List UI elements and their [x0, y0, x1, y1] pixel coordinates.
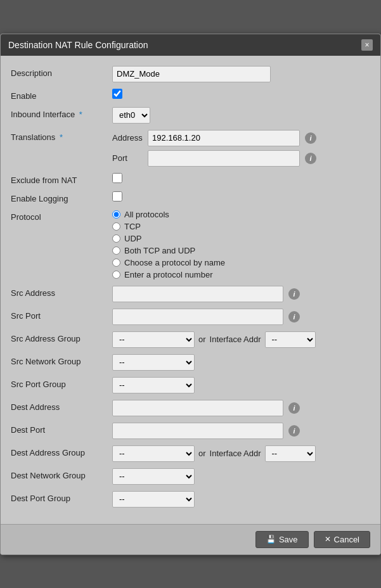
- src-port-group-select[interactable]: --: [112, 377, 195, 393]
- src-interface-addr-label: Interface Addr: [210, 335, 261, 344]
- protocol-all-radio[interactable]: [112, 210, 120, 219]
- src-interface-addr-select[interactable]: --: [265, 331, 316, 348]
- inbound-interface-row: Inbound Interface * eth0 eth1 eth2: [11, 107, 370, 124]
- src-address-group-select[interactable]: --: [112, 331, 195, 348]
- dialog-header: Destination NAT Rule Configuration ×: [1, 34, 380, 56]
- translation-block: Address i Port i: [112, 130, 370, 167]
- save-button[interactable]: 💾 Save: [255, 531, 309, 548]
- protocol-control: All protocols TCP UDP Both TCP and UDP: [112, 210, 370, 279]
- src-network-group-label: Src Network Group: [11, 354, 112, 366]
- src-address-group-control: -- or Interface Addr --: [112, 331, 370, 348]
- address-info-icon[interactable]: i: [305, 132, 316, 144]
- protocol-name-option[interactable]: Choose a protocol by name: [112, 258, 370, 267]
- address-input[interactable]: [148, 130, 300, 146]
- src-port-row: Src Port i: [11, 309, 370, 325]
- src-port-input[interactable]: [112, 309, 283, 325]
- translations-label: Translations *: [11, 130, 112, 142]
- exclude-nat-checkbox[interactable]: [112, 173, 122, 183]
- dest-network-group-row: Dest Network Group --: [11, 468, 370, 485]
- port-info-icon[interactable]: i: [305, 153, 316, 164]
- protocol-tcp-radio[interactable]: [112, 222, 120, 231]
- protocol-tcp-label: TCP: [124, 222, 141, 231]
- cancel-label: Cancel: [334, 535, 359, 544]
- src-port-group-control: --: [112, 377, 370, 393]
- dest-interface-addr-label: Interface Addr: [210, 449, 261, 458]
- dest-address-group-label: Dest Address Group: [11, 445, 112, 457]
- dest-address-control: i: [112, 400, 370, 416]
- enable-label: Enable: [11, 89, 112, 101]
- inbound-interface-star: *: [77, 110, 82, 119]
- protocol-tcp-option[interactable]: TCP: [112, 222, 370, 231]
- port-row: Port i: [112, 150, 370, 167]
- inbound-interface-select[interactable]: eth0 eth1 eth2: [112, 107, 150, 124]
- protocol-both-option[interactable]: Both TCP and UDP: [112, 246, 370, 255]
- address-row: Address i: [112, 130, 370, 146]
- dest-network-group-select[interactable]: --: [112, 468, 195, 485]
- save-icon: 💾: [266, 535, 276, 544]
- address-label: Address: [112, 133, 144, 143]
- src-address-control: i: [112, 286, 370, 302]
- description-row: Description: [11, 66, 370, 82]
- enable-logging-label: Enable Logging: [11, 191, 112, 203]
- src-network-group-control: --: [112, 354, 370, 371]
- inbound-interface-control: eth0 eth1 eth2: [112, 107, 370, 124]
- src-address-group-label: Src Address Group: [11, 331, 112, 343]
- protocol-radio-group: All protocols TCP UDP Both TCP and UDP: [112, 210, 370, 279]
- dest-port-group-select[interactable]: --: [112, 491, 195, 508]
- src-address-input[interactable]: [112, 286, 283, 302]
- src-address-label: Src Address: [11, 286, 112, 298]
- src-address-row: Src Address i: [11, 286, 370, 302]
- src-network-group-row: Src Network Group --: [11, 354, 370, 371]
- protocol-udp-option[interactable]: UDP: [112, 234, 370, 243]
- dest-address-group-select[interactable]: --: [112, 445, 195, 462]
- description-input[interactable]: [112, 66, 271, 82]
- enable-logging-control: [112, 191, 370, 201]
- dest-address-label: Dest Address: [11, 400, 112, 412]
- dest-network-group-control: --: [112, 468, 370, 485]
- enable-logging-checkbox[interactable]: [112, 191, 122, 201]
- dest-port-control: i: [112, 423, 370, 439]
- dialog-body: Description Enable Inbound Interface * e…: [1, 56, 380, 524]
- src-address-group-or: or: [198, 335, 206, 344]
- description-label: Description: [11, 66, 112, 78]
- dest-address-input[interactable]: [112, 400, 283, 416]
- dest-port-label: Dest Port: [11, 423, 112, 435]
- src-address-group-row: Src Address Group -- or Interface Addr -…: [11, 331, 370, 348]
- protocol-name-radio[interactable]: [112, 259, 120, 267]
- src-address-info-icon[interactable]: i: [288, 288, 300, 300]
- dest-address-info-icon[interactable]: i: [288, 402, 300, 414]
- dest-network-group-label: Dest Network Group: [11, 468, 112, 480]
- src-port-group-row: Src Port Group --: [11, 377, 370, 393]
- protocol-all-option[interactable]: All protocols: [112, 210, 370, 219]
- enable-checkbox[interactable]: [112, 89, 122, 99]
- src-port-info-icon[interactable]: i: [288, 311, 300, 323]
- protocol-number-radio[interactable]: [112, 271, 120, 279]
- protocol-udp-radio[interactable]: [112, 234, 120, 243]
- cancel-icon: ✕: [325, 535, 331, 544]
- cancel-button[interactable]: ✕ Cancel: [314, 531, 370, 548]
- protocol-all-label: All protocols: [124, 210, 169, 219]
- dialog-footer: 💾 Save ✕ Cancel: [1, 524, 380, 554]
- src-address-group-inner: -- or Interface Addr --: [112, 331, 370, 348]
- protocol-number-label: Enter a protocol number: [124, 270, 212, 279]
- dialog-title: Destination NAT Rule Configuration: [8, 40, 148, 50]
- src-network-group-select[interactable]: --: [112, 354, 195, 371]
- translations-control: Address i Port i: [112, 130, 370, 167]
- dest-port-info-icon[interactable]: i: [288, 425, 300, 437]
- port-field-wrap: i: [148, 150, 316, 167]
- dest-address-group-control: -- or Interface Addr --: [112, 445, 370, 462]
- save-label: Save: [279, 535, 298, 544]
- dest-address-row: Dest Address i: [11, 400, 370, 416]
- dest-address-group-inner: -- or Interface Addr --: [112, 445, 370, 462]
- protocol-both-radio[interactable]: [112, 246, 120, 255]
- dest-port-input[interactable]: [112, 423, 283, 439]
- dest-interface-addr-select[interactable]: --: [265, 445, 316, 462]
- dialog: Destination NAT Rule Configuration × Des…: [0, 34, 381, 555]
- exclude-nat-control: [112, 173, 370, 183]
- enable-row: Enable: [11, 89, 370, 101]
- translation-port-input[interactable]: [148, 150, 300, 167]
- close-button[interactable]: ×: [361, 39, 373, 51]
- enable-control: [112, 89, 370, 99]
- protocol-name-label: Choose a protocol by name: [124, 258, 225, 267]
- protocol-number-option[interactable]: Enter a protocol number: [112, 270, 370, 279]
